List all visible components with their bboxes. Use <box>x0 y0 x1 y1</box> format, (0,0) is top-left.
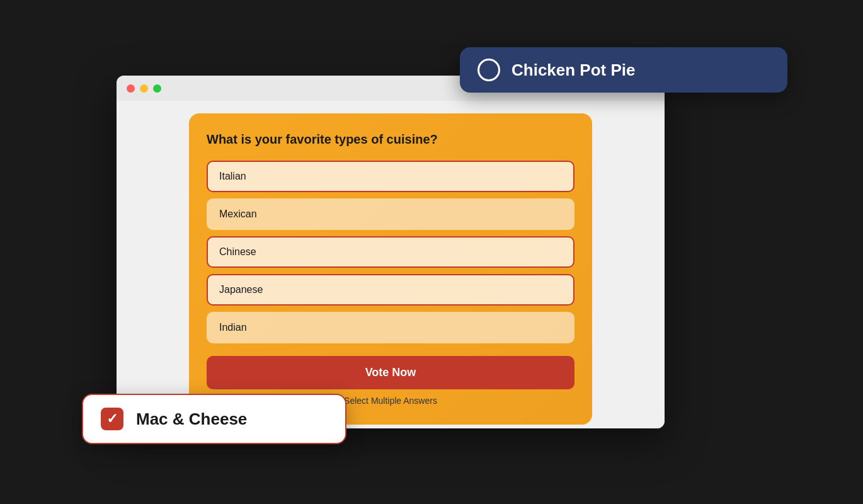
poll-option-mexican[interactable]: Mexican <box>207 198 574 230</box>
traffic-light-yellow[interactable] <box>140 84 148 93</box>
poll-option-indian[interactable]: Indian <box>207 312 574 343</box>
traffic-light-red[interactable] <box>127 84 135 93</box>
floating-card-mac-cheese: Mac & Cheese <box>82 394 346 444</box>
poll-options: Italian Mexican Chinese Japanese Indian <box>207 161 574 343</box>
circle-icon <box>477 59 500 81</box>
poll-question: What is your favorite types of cuisine? <box>207 132 574 147</box>
browser-window: What is your favorite types of cuisine? … <box>117 76 665 428</box>
poll-card: What is your favorite types of cuisine? … <box>189 113 592 425</box>
traffic-light-green[interactable] <box>153 84 161 93</box>
poll-option-japanese[interactable]: Japanese <box>207 274 574 306</box>
vote-now-button[interactable]: Vote Now <box>207 356 574 389</box>
checkbox-checked-icon <box>101 408 123 430</box>
poll-option-chinese[interactable]: Chinese <box>207 236 574 268</box>
mac-cheese-label: Mac & Cheese <box>136 410 247 429</box>
floating-card-chicken-pot-pie: Chicken Pot Pie <box>460 47 787 93</box>
browser-content: What is your favorite types of cuisine? … <box>117 101 665 428</box>
poll-option-italian[interactable]: Italian <box>207 161 574 192</box>
chicken-pot-pie-label: Chicken Pot Pie <box>512 60 636 80</box>
